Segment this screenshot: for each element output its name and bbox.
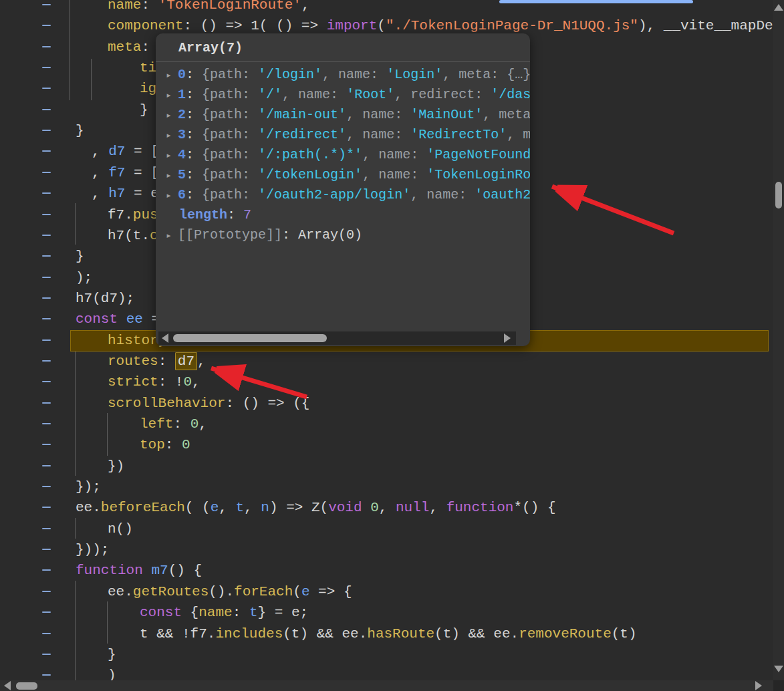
code-token: '/oauth2-app/login': [258, 187, 410, 202]
array-entry[interactable]: ▸ 0: {path: '/login', name: 'Login', met…: [156, 65, 530, 85]
code-token: ,: [92, 186, 108, 201]
fold-marker[interactable]: [42, 130, 51, 131]
code-token: '/:path(.*)*': [258, 147, 362, 162]
code-token: }: [108, 647, 116, 662]
code-token: (t) && ee.: [283, 626, 367, 642]
array-entry[interactable]: ▸ [[Prototype]]: Array(0): [156, 225, 530, 245]
fold-marker[interactable]: [42, 654, 51, 655]
object-preview-popover[interactable]: Array(7) ▸ 0: {path: '/login', name: 'Lo…: [156, 33, 530, 346]
code-token: ,: [219, 500, 235, 515]
fold-marker[interactable]: [42, 192, 51, 194]
scroll-left-icon[interactable]: [4, 681, 11, 690]
code-token: f7: [108, 165, 125, 180]
code-token: ,: [301, 0, 310, 13]
code-token: ,: [379, 500, 396, 515]
code-token: n: [261, 500, 269, 515]
code-token: , name:: [346, 107, 410, 122]
code-token: getRoutes: [133, 584, 209, 599]
code-token: (: [377, 18, 386, 33]
popover-horizontal-scrollbar[interactable]: [158, 331, 516, 345]
code-token: :: [186, 127, 202, 142]
scroll-right-icon[interactable]: [755, 681, 762, 690]
fold-marker[interactable]: [42, 4, 51, 5]
scroll-right-icon[interactable]: [504, 333, 511, 343]
code-token: '/login': [258, 67, 322, 82]
code-token: 'TokenLoginRoute': [158, 0, 301, 13]
code-line: }: [0, 644, 773, 666]
code-token: }));: [76, 542, 109, 557]
fold-marker[interactable]: [42, 444, 51, 445]
horizontal-scrollbar-thumb[interactable]: [16, 682, 37, 690]
code-line: ee.getRoutes().forEach(e => {: [0, 581, 773, 603]
array-entries: ▸ 0: {path: '/login', name: 'Login', met…: [156, 65, 530, 245]
fold-marker[interactable]: [42, 88, 51, 89]
code-token: [143, 563, 152, 578]
fold-marker[interactable]: [42, 402, 51, 404]
code-token: :: [186, 107, 202, 122]
code-token: ee.: [108, 584, 133, 599]
fold-marker[interactable]: [42, 277, 51, 278]
fold-marker[interactable]: [42, 109, 51, 110]
fold-marker[interactable]: [42, 339, 51, 341]
code-token: 4: [178, 147, 186, 162]
code-token: 6: [178, 187, 186, 202]
fold-marker[interactable]: [42, 528, 51, 529]
fold-marker[interactable]: [42, 549, 51, 550]
fold-marker[interactable]: [42, 255, 51, 257]
array-entry[interactable]: ▸ 3: {path: '/redirect', name: 'Redirect…: [156, 125, 530, 145]
hovered-variable[interactable]: d7: [175, 352, 197, 370]
fold-marker[interactable]: [42, 465, 51, 466]
code-token: null: [396, 500, 429, 515]
fold-marker[interactable]: [42, 235, 51, 236]
code-token: , name:: [346, 127, 410, 142]
code-token: 'oauth2-: [475, 187, 530, 202]
fold-marker[interactable]: [42, 25, 51, 26]
fold-marker[interactable]: [42, 150, 51, 152]
code-token: , meta: {…}: [442, 67, 530, 82]
fold-marker[interactable]: [42, 423, 51, 424]
fold-marker[interactable]: [42, 674, 51, 676]
fold-marker[interactable]: [42, 486, 51, 487]
fold-marker[interactable]: [42, 611, 51, 613]
scroll-up-icon[interactable]: [774, 4, 783, 11]
code-token: }: [76, 123, 84, 138]
scroll-left-icon[interactable]: [162, 333, 168, 343]
array-entry[interactable]: ▸ 2: {path: '/main-out', name: 'MainOut'…: [156, 105, 530, 125]
fold-marker[interactable]: [42, 297, 51, 299]
code-token: (t) && ee.: [434, 626, 519, 642]
code-token: ▸: [166, 90, 178, 102]
fold-marker[interactable]: [42, 46, 51, 47]
code-token: = e: [125, 186, 158, 201]
fold-marker[interactable]: [42, 591, 51, 592]
code-token: e: [301, 584, 310, 599]
code-token: '/main-out': [258, 107, 346, 122]
code-token: hasRoute: [367, 626, 434, 642]
fold-marker[interactable]: [42, 318, 51, 319]
fold-marker[interactable]: [42, 569, 51, 571]
code-line: function m7() {: [0, 560, 773, 581]
vertical-scrollbar-thumb[interactable]: [775, 182, 782, 209]
code-token: meta: [108, 39, 141, 55]
horizontal-scrollbar[interactable]: [0, 680, 773, 691]
code-token: top: [140, 437, 165, 452]
popover-scrollbar-thumb[interactable]: [173, 334, 327, 342]
vertical-scrollbar[interactable]: [773, 0, 784, 691]
array-entry[interactable]: ▸ 1: {path: '/', name: 'Root', redirect:…: [156, 85, 530, 105]
fold-marker[interactable]: [42, 214, 51, 215]
devtools-source-panel: name: 'TokenLoginRoute',component: () =>…: [0, 0, 784, 691]
fold-marker[interactable]: [42, 67, 51, 68]
code-token: = [: [125, 144, 158, 159]
scroll-down-icon[interactable]: [774, 666, 783, 672]
fold-marker[interactable]: [42, 381, 51, 382]
array-entry[interactable]: ▸ 5: {path: '/tokenLogin', name: 'TokenL…: [156, 165, 530, 185]
fold-marker[interactable]: [42, 507, 51, 508]
code-token: , meta:: [483, 107, 530, 122]
code-token: name: [108, 0, 141, 13]
fold-marker[interactable]: [42, 633, 51, 634]
array-entry[interactable]: length: 7: [156, 205, 530, 225]
code-token: }: [140, 102, 148, 118]
array-entry[interactable]: ▸ 4: {path: '/:path(.*)*', name: 'PageNo…: [156, 145, 530, 165]
array-entry[interactable]: ▸ 6: {path: '/oauth2-app/login', name: '…: [156, 185, 530, 205]
fold-marker[interactable]: [42, 172, 51, 173]
fold-marker[interactable]: [42, 360, 51, 362]
